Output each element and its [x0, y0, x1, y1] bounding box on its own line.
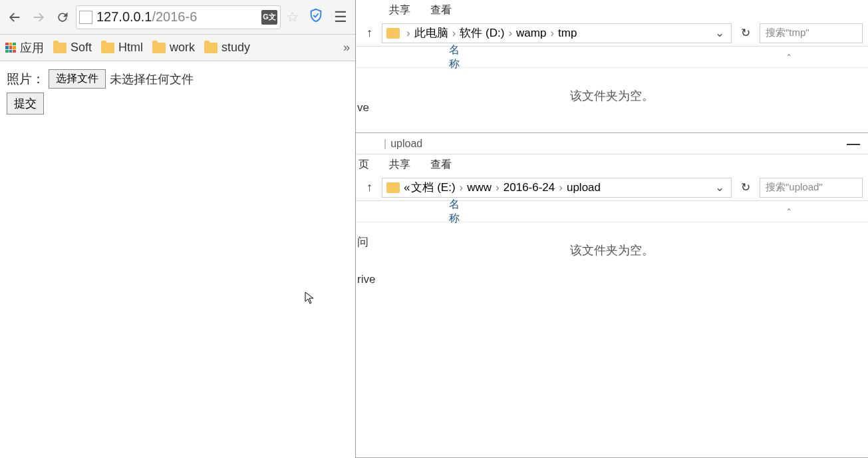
explorer-window-tmp: 共享 查看 ↑ › 此电脑 › 软件 (D:) › wamp › tmp ⌄ ↻…: [356, 0, 868, 133]
chevron-down-icon[interactable]: ⌄: [712, 180, 727, 194]
refresh-button[interactable]: ↻: [736, 180, 756, 194]
bookmark-star-icon[interactable]: ☆: [286, 9, 299, 26]
file-upload-row: 照片： 选择文件 未选择任何文件: [7, 69, 349, 89]
tab-view[interactable]: 查看: [430, 158, 452, 172]
chevron-down-icon[interactable]: ⌄: [712, 26, 727, 40]
breadcrumb-segment[interactable]: www: [467, 181, 492, 194]
browser-toolbar: 127.0.0.1/2016-6 G文 ☆ ☰: [0, 0, 355, 35]
bookmarks-bar: 应用 Soft Html work study »: [0, 35, 355, 61]
bookmark-work[interactable]: work: [152, 41, 195, 55]
column-name[interactable]: 名称: [449, 198, 460, 226]
breadcrumb[interactable]: « 文档 (E:) › www › 2016-6-24 › upload ⌄: [382, 178, 732, 198]
up-button[interactable]: ↑: [361, 26, 378, 40]
bookmark-label: work: [170, 41, 195, 55]
browser-window: 127.0.0.1/2016-6 G文 ☆ ☰ 应用 Soft Html wor…: [0, 0, 356, 458]
page-icon: [79, 11, 92, 24]
side-text-fragment: ve: [357, 101, 369, 114]
folder-icon: [152, 43, 166, 53]
breadcrumb-segment[interactable]: 2016-6-24: [504, 181, 555, 194]
search-input[interactable]: 搜索"upload": [760, 178, 863, 198]
translate-icon[interactable]: G文: [261, 10, 277, 25]
bookmarks-overflow[interactable]: »: [343, 41, 350, 55]
empty-folder-message: 该文件夹为空。: [356, 68, 868, 104]
address-row: ↑ › 此电脑 › 软件 (D:) › wamp › tmp ⌄ ↻ 搜索"tm…: [356, 20, 868, 47]
folder-icon: [204, 43, 217, 53]
separator: |: [384, 138, 386, 150]
apps-label: 应用: [20, 40, 44, 56]
up-button[interactable]: ↑: [361, 180, 378, 194]
bookmark-label: Soft: [71, 41, 92, 55]
reload-button[interactable]: [52, 7, 73, 28]
photo-label: 照片：: [7, 71, 45, 88]
breadcrumb-segment[interactable]: wamp: [516, 27, 546, 40]
breadcrumb-segment[interactable]: tmp: [558, 27, 577, 40]
breadcrumb-segment[interactable]: 文档 (E:): [411, 180, 455, 195]
empty-folder-message: 该文件夹为空。: [356, 222, 868, 258]
choose-file-button[interactable]: 选择文件: [49, 69, 106, 89]
minimize-button[interactable]: —: [847, 136, 860, 151]
apps-icon: [5, 43, 16, 53]
column-headers: 名称 ⌃ 修改日期: [356, 47, 868, 68]
breadcrumb-prefix: «: [404, 181, 410, 194]
chevron-right-icon: ›: [506, 27, 515, 40]
folder-icon: [53, 43, 67, 53]
column-name[interactable]: 名称: [449, 43, 460, 71]
bookmark-soft[interactable]: Soft: [53, 41, 92, 55]
explorer-window-upload: | upload — 页 共享 查看 ↑ « 文档 (E:) › www › 2…: [356, 133, 868, 458]
bookmark-study[interactable]: study: [204, 41, 250, 55]
tab-share[interactable]: 共享: [389, 158, 410, 172]
chevron-right-icon: ›: [556, 181, 565, 194]
shield-icon[interactable]: [309, 8, 323, 27]
submit-button[interactable]: 提交: [7, 93, 44, 114]
side-text-fragment: rive: [357, 273, 375, 286]
address-row: ↑ « 文档 (E:) › www › 2016-6-24 › upload ⌄…: [356, 174, 868, 201]
menu-icon[interactable]: ☰: [334, 9, 347, 26]
file-status-text: 未选择任何文件: [110, 71, 194, 87]
breadcrumb-segment[interactable]: upload: [567, 181, 601, 194]
chevron-right-icon: ›: [404, 27, 413, 40]
address-bar[interactable]: 127.0.0.1/2016-6 G文: [76, 5, 281, 29]
chevron-right-icon: ›: [450, 27, 459, 40]
folder-icon: [386, 28, 400, 39]
forward-button[interactable]: [28, 7, 49, 28]
tab-share[interactable]: 共享: [389, 3, 410, 17]
side-text-fragment: 问: [357, 234, 368, 250]
sort-indicator-icon: ⌃: [786, 207, 792, 216]
chevron-right-icon: ›: [547, 27, 557, 40]
ribbon-tabs: 页 共享 查看: [356, 154, 868, 174]
breadcrumb-segment[interactable]: 此电脑: [414, 25, 448, 41]
window-title: upload: [390, 138, 422, 150]
chevron-right-icon: ›: [493, 181, 502, 194]
folder-icon: [386, 182, 400, 193]
bookmark-label: study: [221, 41, 250, 55]
apps-button[interactable]: 应用: [5, 40, 44, 56]
search-input[interactable]: 搜索"tmp": [760, 23, 863, 43]
page-body: 照片： 选择文件 未选择任何文件 提交: [0, 61, 355, 122]
back-button[interactable]: [4, 7, 25, 28]
folder-icon: [101, 43, 114, 53]
refresh-button[interactable]: ↻: [736, 26, 756, 40]
breadcrumb-segment[interactable]: 软件 (D:): [460, 25, 504, 41]
column-headers: 名称 ⌃ 修改日期: [356, 201, 868, 222]
chevron-right-icon: ›: [457, 181, 466, 194]
sort-indicator-icon: ⌃: [786, 53, 792, 62]
mouse-cursor: [305, 292, 315, 308]
url-text: 127.0.0.1/2016-6: [96, 9, 259, 25]
bookmark-html[interactable]: Html: [101, 41, 143, 55]
breadcrumb[interactable]: › 此电脑 › 软件 (D:) › wamp › tmp ⌄: [382, 23, 732, 43]
bookmark-label: Html: [118, 41, 143, 55]
tab-view[interactable]: 查看: [430, 3, 452, 17]
title-bar: | upload —: [356, 133, 868, 154]
ribbon-tabs: 共享 查看: [356, 0, 868, 20]
tab-home-partial[interactable]: 页: [359, 158, 369, 172]
